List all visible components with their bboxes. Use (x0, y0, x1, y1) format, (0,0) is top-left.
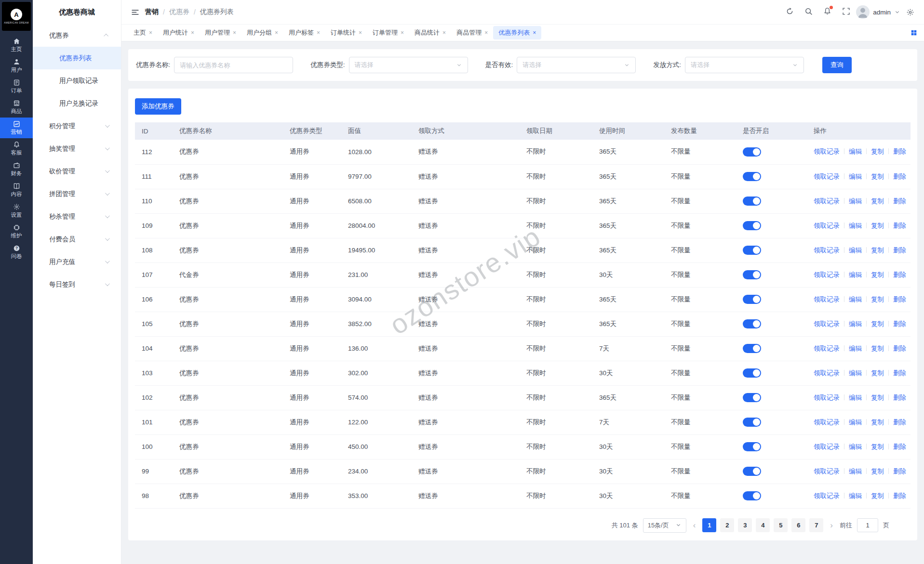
sidebar-group-砍价管理[interactable]: 砍价管理 (33, 160, 121, 183)
action-receive-records[interactable]: 领取记录 (814, 369, 840, 377)
action-delete[interactable]: 删除 (893, 173, 906, 180)
action-edit[interactable]: 编辑 (849, 271, 862, 278)
sidebar-group-用户充值[interactable]: 用户充值 (33, 250, 121, 273)
gear-icon[interactable] (906, 8, 914, 16)
rail-item-users[interactable]: 用户 (0, 55, 33, 76)
action-receive-records[interactable]: 领取记录 (814, 173, 840, 180)
fullscreen-button[interactable] (842, 7, 850, 17)
action-copy[interactable]: 复制 (871, 271, 884, 278)
action-delete[interactable]: 删除 (893, 197, 906, 205)
sidebar-group-抽奖管理[interactable]: 抽奖管理 (33, 137, 121, 160)
add-coupon-button[interactable]: 添加优惠券 (135, 98, 181, 115)
tab-用户统计[interactable]: 用户统计× (158, 26, 200, 39)
action-copy[interactable]: 复制 (871, 468, 884, 475)
sidebar-group-拼团管理[interactable]: 拼团管理 (33, 183, 121, 205)
action-delete[interactable]: 删除 (893, 369, 906, 377)
action-edit[interactable]: 编辑 (849, 468, 862, 475)
enable-toggle[interactable] (743, 221, 761, 230)
action-receive-records[interactable]: 领取记录 (814, 271, 840, 278)
action-receive-records[interactable]: 领取记录 (814, 443, 840, 450)
action-edit[interactable]: 编辑 (849, 443, 862, 450)
tab-商品管理[interactable]: 商品管理× (451, 26, 493, 39)
action-edit[interactable]: 编辑 (849, 394, 862, 401)
action-delete[interactable]: 删除 (893, 222, 906, 229)
tab-close-icon[interactable]: × (191, 30, 194, 36)
action-delete[interactable]: 删除 (893, 247, 906, 254)
user-menu[interactable]: admin (856, 5, 900, 19)
enable-toggle[interactable] (743, 295, 761, 304)
page-button-6[interactable]: 6 (791, 518, 805, 532)
enable-toggle[interactable] (743, 491, 761, 500)
action-edit[interactable]: 编辑 (849, 296, 862, 303)
action-copy[interactable]: 复制 (871, 419, 884, 426)
action-edit[interactable]: 编辑 (849, 247, 862, 254)
sidebar-item-用户领取记录[interactable]: 用户领取记录 (33, 69, 121, 92)
action-copy[interactable]: 复制 (871, 296, 884, 303)
breadcrumb-item[interactable]: 营销 (145, 8, 159, 16)
rail-item-survey[interactable]: ?问卷 (0, 242, 33, 262)
action-delete[interactable]: 删除 (893, 492, 906, 499)
next-page-button[interactable]: › (828, 521, 835, 529)
refresh-button[interactable] (786, 7, 794, 17)
action-edit[interactable]: 编辑 (849, 492, 862, 499)
action-receive-records[interactable]: 领取记录 (814, 222, 840, 229)
tab-options-grid-icon[interactable] (911, 29, 917, 36)
action-edit[interactable]: 编辑 (849, 345, 862, 352)
rail-item-marketing[interactable]: 营销 (0, 118, 33, 138)
collapse-sidebar-icon[interactable] (131, 8, 139, 16)
action-copy[interactable]: 复制 (871, 148, 884, 155)
action-delete[interactable]: 删除 (893, 271, 906, 278)
tab-用户分组[interactable]: 用户分组× (241, 26, 283, 39)
action-receive-records[interactable]: 领取记录 (814, 394, 840, 401)
page-button-4[interactable]: 4 (756, 518, 770, 532)
prev-page-button[interactable]: ‹ (691, 521, 698, 529)
tab-用户标签[interactable]: 用户标签× (283, 26, 325, 39)
breadcrumb-item[interactable]: 优惠券 (169, 8, 189, 16)
search-button[interactable] (804, 7, 813, 17)
action-receive-records[interactable]: 领取记录 (814, 296, 840, 303)
rail-item-home[interactable]: 主页 (0, 35, 33, 55)
action-delete[interactable]: 删除 (893, 345, 906, 352)
action-copy[interactable]: 复制 (871, 320, 884, 328)
action-delete[interactable]: 删除 (893, 419, 906, 426)
filter-coupon-type-select[interactable]: 请选择 (349, 57, 468, 73)
tab-close-icon[interactable]: × (533, 30, 536, 36)
search-button[interactable]: 查询 (822, 57, 852, 73)
rail-item-orders[interactable]: 订单 (0, 76, 33, 97)
rail-item-finance[interactable]: 财务 (0, 159, 33, 180)
action-receive-records[interactable]: 领取记录 (814, 419, 840, 426)
app-logo[interactable]: A AMERICAN DREAM (2, 2, 31, 31)
enable-toggle[interactable] (743, 319, 761, 328)
action-delete[interactable]: 删除 (893, 296, 906, 303)
sidebar-group-秒杀管理[interactable]: 秒杀管理 (33, 205, 121, 228)
action-copy[interactable]: 复制 (871, 369, 884, 377)
enable-toggle[interactable] (743, 246, 761, 255)
action-delete[interactable]: 删除 (893, 468, 906, 475)
action-copy[interactable]: 复制 (871, 247, 884, 254)
action-edit[interactable]: 编辑 (849, 197, 862, 205)
enable-toggle[interactable] (743, 418, 761, 427)
notification-button[interactable] (823, 7, 831, 17)
enable-toggle[interactable] (743, 270, 761, 279)
action-edit[interactable]: 编辑 (849, 148, 862, 155)
rail-item-service[interactable]: 客服 (0, 138, 33, 159)
tab-close-icon[interactable]: × (233, 30, 236, 36)
sidebar-group-积分管理[interactable]: 积分管理 (33, 115, 121, 137)
tab-close-icon[interactable]: × (275, 30, 278, 36)
page-button-1[interactable]: 1 (702, 518, 716, 532)
action-copy[interactable]: 复制 (871, 197, 884, 205)
enable-toggle[interactable] (743, 467, 761, 476)
enable-toggle[interactable] (743, 197, 761, 206)
tab-close-icon[interactable]: × (149, 30, 152, 36)
action-edit[interactable]: 编辑 (849, 369, 862, 377)
sidebar-group-付费会员[interactable]: 付费会员 (33, 228, 121, 250)
action-copy[interactable]: 复制 (871, 443, 884, 450)
tab-订单管理[interactable]: 订单管理× (367, 26, 409, 39)
enable-toggle[interactable] (743, 147, 761, 157)
action-receive-records[interactable]: 领取记录 (814, 320, 840, 328)
rail-item-content[interactable]: 内容 (0, 180, 33, 200)
action-delete[interactable]: 删除 (893, 320, 906, 328)
tab-优惠券列表[interactable]: 优惠券列表× (493, 26, 541, 39)
tab-商品统计[interactable]: 商品统计× (409, 26, 451, 39)
enable-toggle[interactable] (743, 172, 761, 181)
